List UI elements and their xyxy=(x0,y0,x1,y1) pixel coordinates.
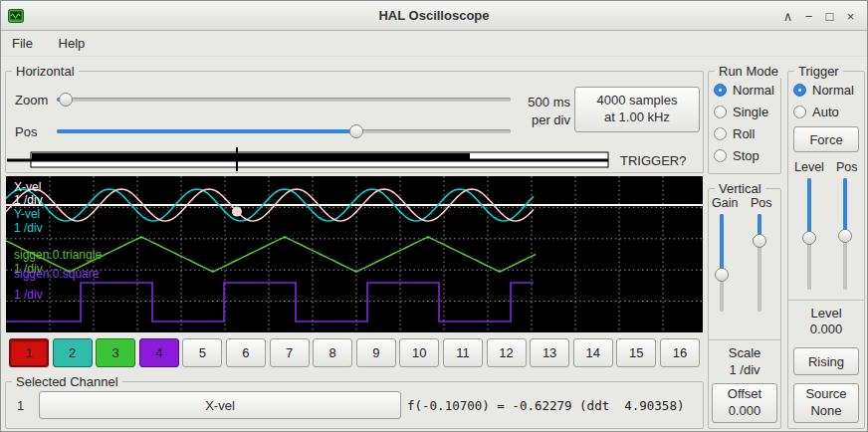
channel-button-5[interactable]: 5 xyxy=(182,338,222,367)
trigger-level-readout-label: Level xyxy=(787,306,865,321)
channel-button-12[interactable]: 12 xyxy=(487,338,527,367)
channel-button-8[interactable]: 8 xyxy=(313,338,352,367)
zoom-slider-handle[interactable] xyxy=(59,93,73,107)
close-icon[interactable]: × xyxy=(840,9,861,24)
time-per-div-value: 500 ms xyxy=(507,94,570,111)
trigger-level-slider[interactable] xyxy=(801,178,817,290)
channel-button-3[interactable]: 3 xyxy=(96,338,135,367)
trigger-frame: Trigger xyxy=(787,71,865,429)
scope-channel-name: Y-vel xyxy=(14,207,40,221)
run-mode-option-roll[interactable]: Roll xyxy=(714,122,774,144)
channel-button-2[interactable]: 2 xyxy=(53,338,93,367)
window-controls: ∧ − □ × xyxy=(777,1,861,31)
trigger-level-slider-handle[interactable] xyxy=(802,231,816,245)
radio-label: Normal xyxy=(733,83,774,98)
radio-icon xyxy=(793,84,806,97)
radio-label: Roll xyxy=(733,126,755,141)
pos-slider-handle[interactable] xyxy=(349,124,363,138)
zoom-slider-trough xyxy=(57,98,511,102)
window-title: HAL Oscilloscope xyxy=(1,8,867,23)
radio-icon xyxy=(714,149,727,162)
capture-timeline[interactable] xyxy=(5,146,706,172)
run-mode-option-normal[interactable]: Normal xyxy=(714,79,774,101)
run-mode-option-single[interactable]: Single xyxy=(714,101,774,122)
run-mode-option-stop[interactable]: Stop xyxy=(714,144,774,166)
run-mode-frame-label: Run Mode xyxy=(715,64,782,79)
channel-button-6[interactable]: 6 xyxy=(226,338,266,367)
pos-label: Pos xyxy=(15,124,37,139)
gain-slider[interactable] xyxy=(714,214,730,312)
offset-label: Offset xyxy=(728,386,761,403)
menu-file[interactable]: File xyxy=(1,31,44,56)
horizontal-pos-slider[interactable] xyxy=(57,123,511,139)
titlebar: HAL Oscilloscope ∧ − □ × xyxy=(1,1,867,31)
scope-channel-name: siggen.0.triangle xyxy=(14,248,102,262)
radio-label: Normal xyxy=(812,83,854,98)
offset-value: 0.000 xyxy=(729,403,761,420)
radio-icon xyxy=(793,106,806,118)
channel-button-14[interactable]: 14 xyxy=(573,338,613,367)
trigger-separator xyxy=(788,300,864,301)
channel-button-1[interactable]: 1 xyxy=(9,338,49,367)
scale-label: Scale xyxy=(708,345,781,360)
scope-display[interactable]: X-vel1 /divY-vel1 /divsiggen.0.triangle1… xyxy=(6,176,703,332)
trigger-edge-button[interactable]: Rising xyxy=(793,347,859,375)
time-per-div: 500 ms per div xyxy=(507,94,570,129)
trigger-pos-slider-handle[interactable] xyxy=(838,229,852,243)
selected-channel-name-button[interactable]: X-vel xyxy=(39,391,401,419)
trigger-source-button[interactable]: Source None xyxy=(793,383,859,423)
radio-label: Single xyxy=(733,105,768,119)
selected-channel-number: 1 xyxy=(17,398,24,413)
time-per-div-unit: per div xyxy=(507,111,570,129)
zoom-label: Zoom xyxy=(15,93,48,108)
trigger-pos-slider-fill xyxy=(843,178,847,236)
offset-button[interactable]: Offset 0.000 xyxy=(712,383,777,423)
zoom-slider[interactable] xyxy=(57,92,511,108)
channel-button-10[interactable]: 10 xyxy=(399,338,439,367)
menu-help[interactable]: Help xyxy=(48,31,97,56)
scope-channel-name: siggen.0.square xyxy=(14,267,99,281)
cursor-marker-dot xyxy=(232,207,242,217)
channel-button-7[interactable]: 7 xyxy=(270,338,310,367)
trigger-option-normal[interactable]: Normal xyxy=(793,79,854,101)
run-mode-options: NormalSingleRollStop xyxy=(714,79,774,166)
trigger-pos-slider[interactable] xyxy=(837,178,853,290)
trigger-frame-label: Trigger xyxy=(794,64,843,79)
scope-channel-name: X-vel xyxy=(14,180,41,194)
samples-button[interactable]: 4000 samples at 1.00 kHz xyxy=(574,87,700,132)
channel-button-13[interactable]: 13 xyxy=(530,338,569,367)
channel-button-11[interactable]: 11 xyxy=(443,338,483,367)
radio-icon xyxy=(714,106,727,118)
vertical-pos-slider[interactable] xyxy=(752,214,767,312)
vertical-pos-label: Pos xyxy=(751,196,772,210)
samples-count: 4000 samples xyxy=(597,93,678,109)
gain-label: Gain xyxy=(712,196,738,210)
rollup-icon[interactable]: ∧ xyxy=(777,9,798,24)
maximize-icon[interactable]: □ xyxy=(819,9,840,24)
scope-channel-scale: 1 /div xyxy=(14,193,43,207)
force-button[interactable]: Force xyxy=(793,126,859,152)
minimize-icon[interactable]: − xyxy=(798,9,819,24)
pos-slider-fill xyxy=(57,129,356,133)
vertical-pos-slider-handle[interactable] xyxy=(753,234,766,248)
radio-label: Stop xyxy=(733,148,760,163)
gain-slider-handle[interactable] xyxy=(715,268,729,282)
trigger-option-auto[interactable]: Auto xyxy=(793,101,854,122)
channel-button-9[interactable]: 9 xyxy=(356,338,396,367)
trace-siggen-square xyxy=(6,283,534,322)
radio-icon xyxy=(714,127,727,140)
selected-channel-frame-label: Selected Channel xyxy=(12,374,122,389)
channel-button-15[interactable]: 15 xyxy=(616,338,656,367)
trigger-status-label: TRIGGER? xyxy=(620,153,686,168)
channel-button-4[interactable]: 4 xyxy=(139,338,179,367)
vertical-frame-label: Vertical xyxy=(715,181,765,196)
trigger-level-slider-fill xyxy=(807,178,811,238)
trigger-options: NormalAuto xyxy=(793,79,854,122)
channel-button-16[interactable]: 16 xyxy=(660,338,700,367)
scale-value: 1 /div xyxy=(708,362,781,377)
scope-canvas xyxy=(6,176,703,332)
trigger-source-label: Source xyxy=(805,386,846,403)
menubar: File Help xyxy=(1,31,867,57)
radio-icon xyxy=(714,84,727,97)
trigger-pos-label: Pos xyxy=(836,160,858,174)
